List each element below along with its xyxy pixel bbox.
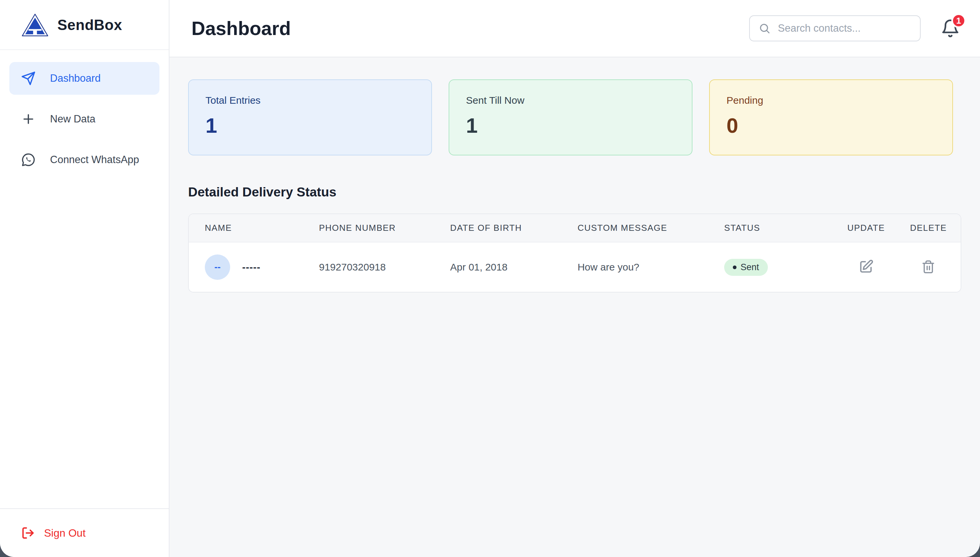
delete-button[interactable]: [919, 258, 937, 277]
sidebar-item-label: Dashboard: [50, 72, 101, 85]
table-header-row: NAME PHONE NUMBER DATE OF BIRTH CUSTOM M…: [189, 214, 960, 242]
brand-header: SendBox: [0, 0, 169, 50]
top-bar: Dashboard 1: [169, 0, 980, 57]
dashboard-content: Total Entries 1 Sent Till Now 1 Pending …: [169, 57, 980, 314]
contact-name: -----: [242, 262, 260, 273]
top-bar-actions: 1: [749, 15, 960, 41]
search-box: [749, 15, 921, 41]
sidebar-item-new-data[interactable]: New Data: [9, 103, 160, 135]
sidebar-item-label: Connect WhatsApp: [50, 154, 139, 166]
stat-value: 0: [726, 113, 936, 137]
edit-icon: [858, 259, 874, 275]
delivery-table-card: NAME PHONE NUMBER DATE OF BIRTH CUSTOM M…: [188, 213, 961, 293]
status-text: Sent: [741, 262, 759, 272]
stat-card-sent-till-now: Sent Till Now 1: [449, 80, 692, 155]
status-dot-icon: [733, 265, 736, 269]
status-badge: Sent: [724, 259, 768, 276]
main-area: Dashboard 1: [169, 0, 980, 557]
stat-label: Sent Till Now: [466, 95, 675, 106]
stat-value: 1: [466, 113, 675, 137]
sendbox-logo-icon: [21, 13, 49, 37]
col-header-dob: DATE OF BIRTH: [444, 214, 571, 242]
avatar: --: [205, 254, 230, 280]
stat-card-total-entries: Total Entries 1: [188, 80, 432, 155]
col-header-update: UPDATE: [830, 214, 903, 242]
table-row: -- ----- 919270320918 Apr 01, 2018 How a…: [189, 242, 960, 292]
send-icon: [21, 71, 36, 86]
sidebar-nav: Dashboard New Data Connect WhatsApp: [0, 50, 169, 188]
sidebar-item-dashboard[interactable]: Dashboard: [9, 62, 160, 95]
sidebar-footer: Sign Out: [0, 508, 169, 557]
sign-out-button[interactable]: Sign Out: [21, 526, 147, 540]
sidebar-item-label: New Data: [50, 113, 95, 125]
stat-label: Total Entries: [205, 95, 415, 106]
notification-count-badge: 1: [951, 13, 966, 28]
app-window: SendBox Dashboard New Data: [0, 0, 980, 557]
notifications-button[interactable]: 1: [941, 18, 960, 39]
contact-dob: Apr 01, 2018: [444, 242, 571, 292]
col-header-delete: DELETE: [903, 214, 960, 242]
stat-card-pending: Pending 0: [709, 80, 953, 155]
col-header-message: CUSTOM MESSAGE: [571, 214, 718, 242]
search-input[interactable]: [777, 22, 911, 35]
contact-phone: 919270320918: [312, 242, 443, 292]
stat-label: Pending: [726, 95, 936, 106]
stat-cards: Total Entries 1 Sent Till Now 1 Pending …: [188, 80, 961, 155]
section-title: Detailed Delivery Status: [188, 185, 961, 199]
col-header-name: NAME: [189, 214, 312, 242]
update-button[interactable]: [856, 257, 876, 277]
contact-message: How are you?: [571, 242, 718, 292]
sidebar: SendBox Dashboard New Data: [0, 0, 169, 557]
logout-icon: [21, 526, 35, 540]
search-icon: [759, 22, 770, 34]
contact-name-cell: -- -----: [205, 254, 306, 280]
sign-out-label: Sign Out: [44, 527, 86, 539]
brand-name: SendBox: [57, 17, 122, 33]
plus-icon: [21, 111, 36, 127]
col-header-status: STATUS: [718, 214, 830, 242]
whatsapp-icon: [21, 152, 36, 168]
sidebar-item-connect-whatsapp[interactable]: Connect WhatsApp: [9, 143, 160, 176]
delivery-table: NAME PHONE NUMBER DATE OF BIRTH CUSTOM M…: [189, 214, 960, 292]
col-header-phone: PHONE NUMBER: [312, 214, 443, 242]
stat-value: 1: [205, 113, 415, 137]
trash-icon: [921, 260, 935, 274]
page-title: Dashboard: [192, 17, 291, 39]
